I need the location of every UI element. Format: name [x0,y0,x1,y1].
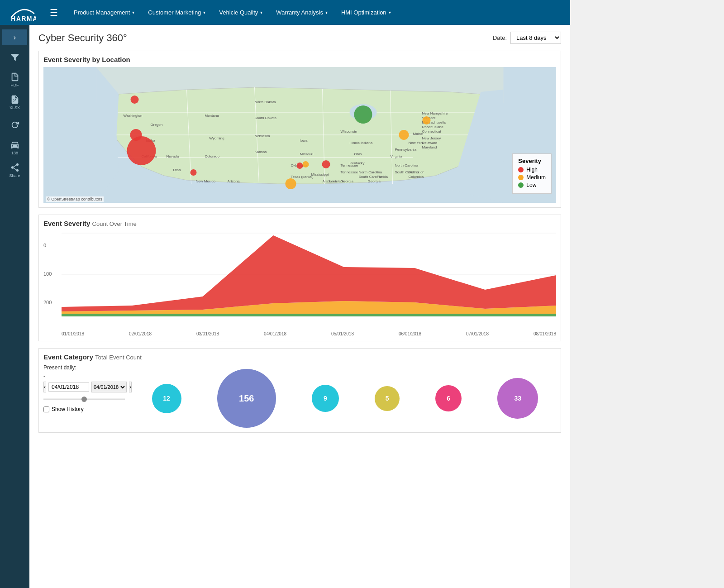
show-history-checkbox[interactable] [43,406,49,412]
nav-product-management[interactable]: Product Management ▾ [67,0,141,25]
severity-chart-title: Event Severity Count Over Time [43,220,556,227]
svg-text:Mississippi: Mississippi [311,172,329,177]
svg-text:Louisiana: Louisiana [329,179,345,183]
date-label: Date: [493,34,507,41]
legend-title: Severity [518,158,546,164]
svg-point-65 [322,160,330,168]
event-category-title: Event Category Total Event Count [43,353,556,361]
svg-text:District of: District of [409,170,424,174]
svg-point-68 [303,161,309,167]
sidebar-filter[interactable] [2,46,27,68]
svg-text:Wyoming: Wyoming [210,136,224,140]
logo-area: HARMAN [9,4,36,22]
sidebar: › PDF XLSX 138 Share [0,25,29,588]
hamburger-icon[interactable]: ☰ [50,7,58,18]
chevron-down-icon: ▾ [325,10,328,15]
bubble-1: 156 [217,369,276,428]
legend-medium: Medium [518,174,546,181]
svg-text:Ohio: Ohio [354,152,362,156]
sidebar-share[interactable]: Share [2,159,27,181]
medium-dot [518,175,524,180]
bubble-value-5: 33 [514,395,522,402]
slider-thumb [81,397,87,402]
x-axis: 01/01/2018 02/01/2018 03/01/2018 04/01/2… [43,331,556,336]
sidebar-expand-button[interactable]: › [2,29,27,45]
svg-text:Wisconsin: Wisconsin [341,129,357,134]
svg-text:Illinois Indiana: Illinois Indiana [350,141,373,145]
svg-point-67 [399,130,409,140]
map-section-title: Event Severity by Location [43,56,556,63]
svg-text:Kansas: Kansas [255,150,267,154]
date-slider[interactable] [43,395,125,404]
bubble-value-3: 5 [386,395,389,402]
svg-text:Texas (partial): Texas (partial) [291,175,314,179]
chevron-down-icon: ▾ [203,10,205,15]
show-history-label: Show History [52,406,84,412]
svg-text:Pennsylvania: Pennsylvania [395,148,417,152]
svg-text:New Hampshire: New Hampshire [422,111,448,115]
legend-high: High [518,167,546,173]
low-dot [518,182,524,188]
nav-bar: Product Management ▾ Customer Marketing … [67,0,398,25]
harman-logo: HARMAN [9,4,36,22]
legend-low: Low [518,182,546,188]
svg-text:Tennessee: Tennessee [341,163,358,167]
bubbles-area: 12 156 9 5 6 33 [125,364,556,428]
bubble-value-4: 6 [447,395,450,402]
event-category-section: Event Category Total Event Count Present… [38,348,561,433]
xlsx-label: XLSX [10,105,20,110]
pdf-label: PDF [11,83,19,87]
svg-text:North Carolina: North Carolina [359,170,382,174]
bubble-4: 6 [435,385,462,411]
nav-warranty-analysis[interactable]: Warranty Analysis ▾ [269,0,334,25]
show-history-row: Show History [43,406,125,412]
date-prev-button[interactable]: ‹ [43,382,46,392]
sidebar-refresh[interactable] [2,114,27,136]
nav-hmi-optimization[interactable]: HMI Optimization ▾ [334,0,398,25]
svg-text:New Jersey: New Jersey [422,136,441,140]
share-label: Share [9,173,20,178]
svg-text:Oregon: Oregon [151,123,163,127]
sidebar-xlsx[interactable]: XLSX [2,91,27,113]
date-filter: Date: Last 8 days Last 30 days Last 90 d… [493,32,561,44]
svg-point-66 [354,105,372,124]
y-axis: 200 100 0 [43,231,52,330]
map-container: Oregon Idaho Washington Montana North Da… [43,67,556,203]
svg-text:Delaware: Delaware [422,141,438,145]
nav-vehicle-quality[interactable]: Vehicle Quality ▾ [212,0,269,25]
chevron-down-icon: ▾ [389,10,391,15]
header: HARMAN ☰ Product Management ▾ Customer M… [0,0,570,25]
nav-customer-marketing[interactable]: Customer Marketing ▾ [141,0,212,25]
bubble-value-2: 9 [324,395,327,402]
bubble-value-1: 156 [239,393,254,404]
svg-text:New Mexico: New Mexico [196,179,216,183]
svg-text:South Dakota: South Dakota [255,116,277,120]
date-select[interactable]: Last 8 days Last 30 days Last 90 days Cu… [510,32,561,44]
svg-text:Montana: Montana [205,114,219,118]
chart-container: 200 100 0 [43,231,556,330]
svg-text:Georgia: Georgia [368,179,381,183]
map-section: Event Severity by Location [38,51,561,208]
svg-marker-76 [62,235,556,311]
page-title: Cyber Security 360° [38,32,127,44]
date-dropdown[interactable]: 04/01/2018 [91,382,127,392]
severity-chart-subtitle: Count Over Time [92,220,137,227]
vehicle-count: 138 [11,151,18,155]
sidebar-vehicle[interactable]: 138 [2,137,27,158]
date-nav: ‹ 04/01/2018 › [43,382,125,392]
layout: › PDF XLSX 138 Share Cyber Security 360° [0,25,570,588]
svg-point-60 [131,96,139,104]
medium-label: Medium [526,174,546,181]
svg-marker-74 [62,314,556,316]
svg-text:Nevada: Nevada [167,154,179,158]
bubble-value-0: 12 [163,395,170,402]
svg-text:Virginia: Virginia [391,154,403,158]
sidebar-pdf[interactable]: PDF [2,69,27,91]
bubble-0: 12 [152,384,181,413]
svg-text:Utah: Utah [173,168,181,172]
map-credit: © OpenStreetMap contributors [46,196,104,202]
low-label: Low [526,182,536,188]
date-nav-input[interactable] [48,382,89,392]
svg-text:Nebraska: Nebraska [255,134,271,138]
event-category-subtitle: Total Event Count [95,354,142,361]
